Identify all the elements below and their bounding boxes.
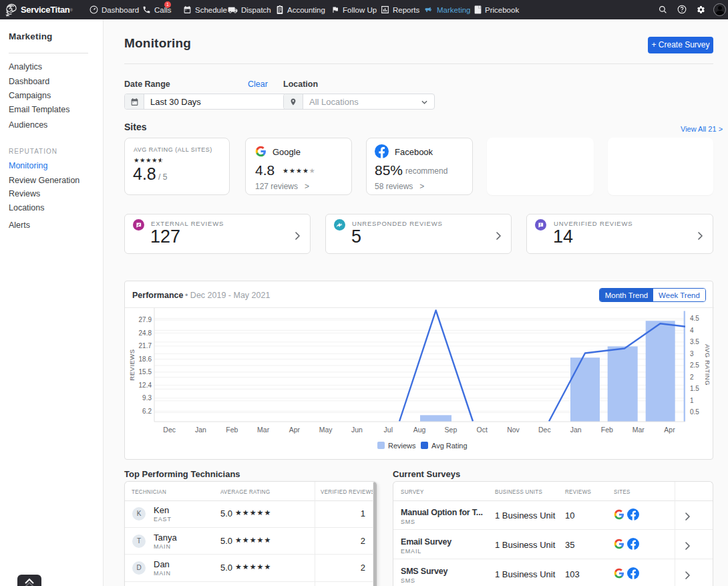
svg-text:Jan: Jan <box>570 426 582 434</box>
svg-text:4.5: 4.5 <box>690 315 699 322</box>
svg-text:0.5: 0.5 <box>690 408 699 416</box>
svg-text:9.3: 9.3 <box>142 394 152 402</box>
svg-text:2.5: 2.5 <box>690 361 699 369</box>
svg-text:Jun: Jun <box>351 426 363 434</box>
svg-text:Feb: Feb <box>601 426 613 434</box>
svg-text:18.6: 18.6 <box>139 355 152 363</box>
svg-text:12.4: 12.4 <box>139 382 152 389</box>
svg-text:Jan: Jan <box>195 426 206 434</box>
svg-text:REVIEWS: REVIEWS <box>128 349 136 380</box>
svg-text:AVG RATING: AVG RATING <box>704 344 711 386</box>
svg-text:Mar: Mar <box>632 426 645 434</box>
svg-text:Sep: Sep <box>445 426 458 434</box>
svg-text:21.7: 21.7 <box>139 342 152 349</box>
svg-text:Dec: Dec <box>538 426 551 434</box>
svg-text:Oct: Oct <box>477 426 488 434</box>
svg-text:Feb: Feb <box>226 426 238 434</box>
svg-text:Apr: Apr <box>289 426 301 434</box>
svg-text:Jul: Jul <box>384 426 393 434</box>
svg-text:Mar: Mar <box>257 426 270 434</box>
svg-text:3: 3 <box>690 350 694 357</box>
svg-text:Aug: Aug <box>413 426 426 434</box>
svg-text:24.8: 24.8 <box>139 329 152 337</box>
svg-text:Dec: Dec <box>163 426 176 434</box>
svg-text:15.5: 15.5 <box>139 368 152 376</box>
svg-text:May: May <box>319 426 333 434</box>
svg-text:6.2: 6.2 <box>142 408 152 415</box>
svg-text:Reviews: Reviews <box>388 442 416 450</box>
svg-text:Avg Rating: Avg Rating <box>431 442 468 450</box>
svg-text:3.5: 3.5 <box>690 338 699 345</box>
svg-text:27.9: 27.9 <box>139 316 152 323</box>
svg-text:4: 4 <box>690 327 694 334</box>
svg-text:1: 1 <box>690 397 694 404</box>
svg-text:2: 2 <box>690 374 694 381</box>
svg-text:1.5: 1.5 <box>690 385 699 392</box>
svg-text:Apr: Apr <box>664 426 675 434</box>
svg-text:Nov: Nov <box>507 426 520 434</box>
